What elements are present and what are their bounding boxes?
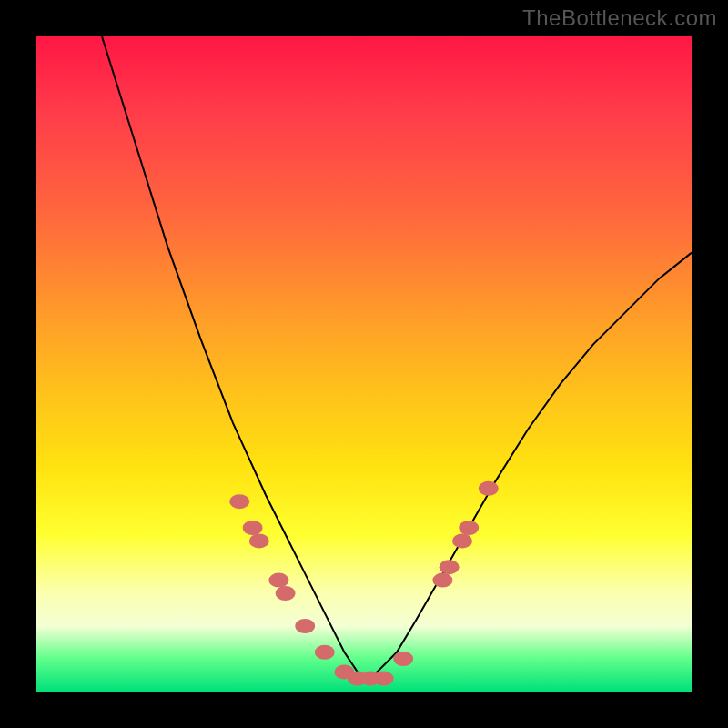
marker-point <box>243 521 263 535</box>
marker-point <box>229 494 249 509</box>
bottleneck-curve <box>102 36 692 679</box>
marker-point <box>440 560 460 574</box>
plot-area <box>36 36 692 692</box>
chart-frame: TheBottleneck.com <box>0 0 728 728</box>
watermark-text: TheBottleneck.com <box>522 5 717 31</box>
marker-point <box>268 573 288 588</box>
marker-point <box>432 573 452 588</box>
marker-point <box>479 481 499 496</box>
marker-point <box>374 672 394 686</box>
marker-point <box>315 645 335 660</box>
marker-point <box>452 533 472 548</box>
marker-point <box>249 533 269 548</box>
curve-markers <box>229 481 499 686</box>
chart-svg <box>36 36 692 692</box>
marker-point <box>393 652 413 666</box>
marker-point <box>459 521 479 535</box>
marker-point <box>295 619 315 633</box>
marker-point <box>276 586 296 601</box>
